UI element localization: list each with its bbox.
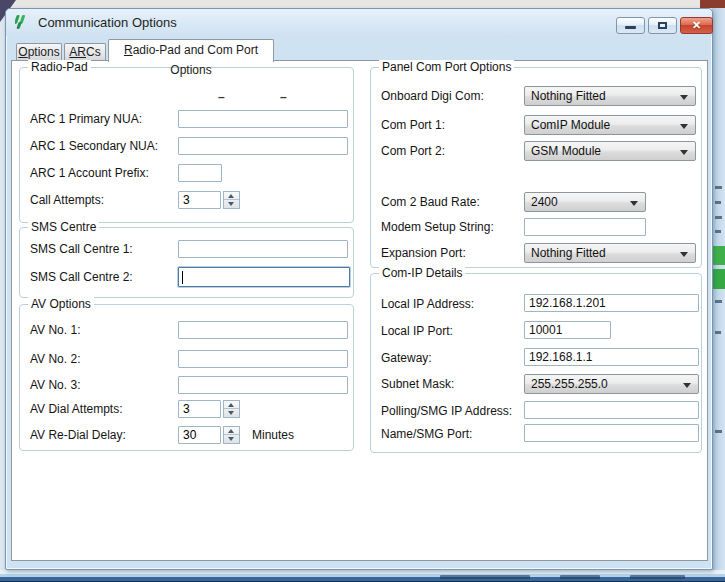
label-call-attempts: Call Attempts: [30, 193, 104, 207]
spin-buttons [223, 426, 240, 444]
spin-buttons [223, 400, 240, 418]
communication-options-dialog: Communication Options ✕ Options ARCs Rad… [5, 8, 713, 570]
label-gateway: Gateway: [381, 351, 432, 365]
label-com2-baud-rate: Com 2 Baud Rate: [381, 195, 480, 209]
label-arc1-primary-nua: ARC 1 Primary NUA: [30, 112, 142, 126]
background-taskbar-strip [0, 577, 725, 582]
chevron-down-icon [683, 383, 691, 388]
group-av-options: AV Options AV No. 1: AV No. 2: AV No. 3:… [19, 304, 354, 451]
background-text-fragment [440, 575, 530, 579]
spin-up-button[interactable] [224, 427, 239, 435]
group-title-sms-centre: SMS Centre [28, 220, 99, 234]
dropdown-value: 255.255.255.0 [531, 377, 608, 391]
text-caret [182, 271, 183, 284]
maximize-button[interactable] [648, 17, 677, 34]
label-subnet-mask: Subnet Mask: [381, 377, 454, 391]
arc1-account-prefix-input[interactable] [178, 164, 222, 182]
arc1-primary-nua-input[interactable] [178, 110, 348, 128]
dropdown-value: Nothing Fitted [531, 89, 606, 103]
nua-dash: – [280, 90, 287, 104]
label-local-ip-port: Local IP Port: [381, 324, 453, 338]
tab-page-radio-pad-com-port: Radio-Pad – – ARC 1 Primary NUA: ARC 1 S… [11, 60, 708, 561]
group-radio-pad: Radio-Pad – – ARC 1 Primary NUA: ARC 1 S… [19, 67, 354, 223]
dropdown-value: GSM Module [531, 144, 601, 158]
minimize-button[interactable] [616, 17, 645, 34]
chevron-down-icon [680, 124, 688, 129]
background-text-fragment [630, 575, 685, 579]
background-close-fragment [700, 0, 725, 8]
label-av-redial-delay: AV Re-Dial Delay: [30, 428, 126, 442]
call-attempts-spinner [178, 191, 241, 209]
av-dial-attempts-input[interactable] [178, 400, 221, 418]
label-av-dial-attempts: AV Dial Attempts: [30, 402, 122, 416]
app-logo-icon [15, 14, 31, 30]
chevron-down-icon [680, 150, 688, 155]
av-redial-delay-spinner [178, 426, 241, 444]
dropdown-value: ComIP Module [531, 118, 610, 132]
label-av-no-1: AV No. 1: [30, 323, 80, 337]
av-no-2-input[interactable] [178, 350, 348, 368]
background-text-fragment [715, 201, 721, 204]
spin-up-button[interactable] [224, 401, 239, 409]
spin-down-button[interactable] [224, 409, 239, 417]
call-attempts-input[interactable] [178, 191, 221, 209]
background-text-fragment [715, 230, 721, 233]
label-name-smg-port: Name/SMG Port: [381, 427, 472, 441]
sms-call-centre-1-input[interactable] [178, 240, 348, 258]
tab-arcs[interactable]: ARCs [64, 43, 106, 61]
local-ip-port-input[interactable] [524, 321, 611, 339]
background-text-fragment [560, 575, 600, 579]
label-local-ip-address: Local IP Address: [381, 297, 474, 311]
background-text-fragment [715, 216, 722, 219]
close-button[interactable]: ✕ [680, 17, 713, 34]
label-arc1-secondary-nua: ARC 1 Secondary NUA: [30, 139, 158, 153]
chevron-down-icon [680, 252, 688, 257]
sms-call-centre-2-input[interactable] [178, 267, 350, 287]
av-no-1-input[interactable] [178, 321, 348, 339]
background-text-fragment [715, 186, 722, 189]
background-text-fragment [715, 300, 722, 303]
group-sms-centre: SMS Centre SMS Call Centre 1: SMS Call C… [19, 227, 354, 298]
gateway-input[interactable] [524, 348, 699, 366]
spin-down-button[interactable] [224, 435, 239, 443]
titlebar[interactable]: Communication Options ✕ [6, 9, 712, 36]
subnet-mask-dropdown[interactable]: 255.255.255.0 [524, 374, 699, 394]
com-port-2-dropdown[interactable]: GSM Module [524, 141, 696, 161]
background-green-row [713, 246, 725, 265]
group-comip-details: Com-IP Details Local IP Address: Local I… [370, 273, 702, 453]
label-sms-call-centre-1: SMS Call Centre 1: [30, 242, 133, 256]
av-redial-delay-input[interactable] [178, 426, 221, 444]
group-title-comip-details: Com-IP Details [379, 266, 465, 280]
label-sms-call-centre-2: SMS Call Centre 2: [30, 270, 133, 284]
label-arc1-account-prefix: ARC 1 Account Prefix: [30, 166, 149, 180]
background-text-fragment [715, 331, 721, 334]
dropdown-value: 2400 [531, 195, 558, 209]
expansion-port-dropdown[interactable]: Nothing Fitted [524, 243, 696, 263]
spin-down-button[interactable] [224, 200, 239, 208]
tab-radio-pad-com-port[interactable]: Radio-Pad and Com Port Options [108, 39, 274, 62]
arc1-secondary-nua-input[interactable] [178, 137, 348, 155]
group-title-radio-pad: Radio-Pad [28, 60, 91, 74]
label-com-port-2: Com Port 2: [381, 144, 445, 158]
onboard-digi-com-dropdown[interactable]: Nothing Fitted [524, 86, 696, 106]
group-panel-com-port: Panel Com Port Options Onboard Digi Com:… [370, 67, 702, 268]
com-port-1-dropdown[interactable]: ComIP Module [524, 115, 696, 135]
com2-baud-rate-dropdown[interactable]: 2400 [524, 192, 646, 212]
av-no-3-input[interactable] [178, 376, 348, 394]
label-modem-setup-string: Modem Setup String: [381, 220, 494, 234]
av-dial-attempts-spinner [178, 400, 241, 418]
local-ip-address-input[interactable] [524, 294, 699, 312]
modem-setup-string-input[interactable] [524, 218, 646, 236]
label-polling-smg-ip: Polling/SMG IP Address: [381, 404, 512, 418]
tab-options[interactable]: Options [16, 43, 62, 61]
label-com-port-1: Com Port 1: [381, 118, 445, 132]
background-window-sliver [712, 8, 725, 582]
label-av-no-3: AV No. 3: [30, 378, 80, 392]
spin-up-button[interactable] [224, 192, 239, 200]
nua-dash: – [218, 90, 225, 104]
name-smg-port-input[interactable] [524, 424, 699, 442]
polling-smg-ip-input[interactable] [524, 401, 699, 419]
chevron-down-icon [630, 201, 638, 206]
dropdown-value: Nothing Fitted [531, 246, 606, 260]
group-title-av-options: AV Options [28, 297, 94, 311]
